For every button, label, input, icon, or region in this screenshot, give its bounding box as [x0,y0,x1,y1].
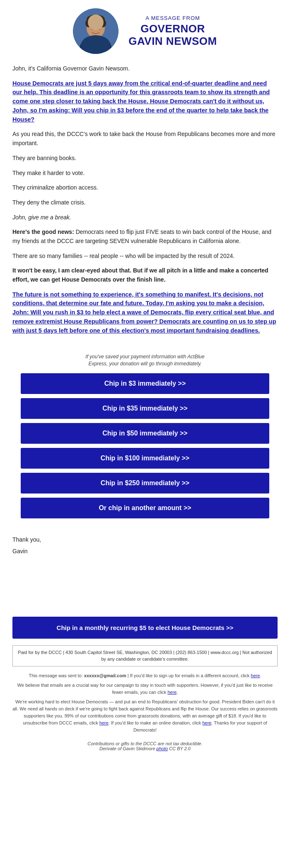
footer-link-unsubscribe[interactable]: here [99,720,109,725]
body-para-7: There are so many families -- real peopl… [12,252,278,261]
email-body: John, it's California Governor Gavin New… [0,60,290,349]
footer-line-3: We're working hard to elect House Democr… [12,698,278,734]
italic-break: John, give me a break. [12,213,278,222]
avatar [73,8,118,54]
footer-link-donate[interactable]: here [202,720,211,725]
header-text-block: A Message From Governor Gavin Newsom [128,15,217,48]
body-para-4: They criminalize abortion access. [12,183,278,192]
email-closing: Thank you, Gavin [0,531,290,567]
donate-35-button[interactable]: Chip in $35 immediately >> [21,398,269,419]
bold-para: It won't be easy, I am clear-eyed about … [12,266,278,284]
header-title: Governor Gavin Newsom [128,23,217,48]
closing-cta-para: The future is not something to experienc… [12,290,278,336]
donation-note: If you've saved your payment information… [21,353,269,367]
good-news-para: Here's the good news: Democrats need to … [12,228,278,246]
closing-cta-link[interactable]: The future is not something to experienc… [12,291,276,334]
donate-250-button[interactable]: Chip in $250 immediately >> [21,473,269,494]
svg-point-8 [99,19,106,27]
svg-point-6 [87,15,105,24]
footer-photo-link[interactable]: photo [157,746,168,751]
footer-link-2[interactable]: here [167,690,176,695]
email-header: A Message From Governor Gavin Newsom [0,0,290,60]
svg-point-5 [87,18,105,38]
body-para-3: They make it harder to vote. [12,169,278,178]
thanks-text: Thank you, [12,535,278,544]
governor-photo [73,8,118,54]
good-news-label: Here's the good news: [12,229,74,235]
donate-other-button[interactable]: Or chip in another amount >> [21,498,269,518]
svg-point-9 [91,27,94,30]
donation-section: If you've saved your payment information… [0,349,290,531]
body-para-2: They are banning books. [12,154,278,163]
footer-link-1[interactable]: here [251,673,260,678]
svg-marker-3 [94,38,97,48]
body-para-5: They deny the climate crisis. [12,198,278,207]
signer-name: Gavin [12,547,278,556]
bottom-cta-button[interactable]: Chip in a monthly recurring $5 to elect … [57,624,234,631]
footer-line-2: We believe that emails are a crucial way… [12,682,278,696]
footer-tax: Contributions or gifts to the DCCC are n… [0,739,290,754]
donate-3-button[interactable]: Chip in $3 immediately >> [21,373,269,394]
cta-link[interactable]: House Democrats are just 5 days away fro… [12,80,270,123]
body-para-1: As you read this, the DCCC's work to tak… [12,130,278,148]
footer-small: This message was sent to: xxxxxx@gmail.c… [0,670,290,739]
svg-point-7 [85,19,92,27]
donate-100-button[interactable]: Chip in $100 immediately >> [21,448,269,469]
bottom-cta-bar: Chip in a monthly recurring $5 to elect … [12,617,278,639]
email-wrapper: A Message From Governor Gavin Newsom Joh… [0,0,290,754]
cta-paragraph: House Democrats are just 5 days away fro… [12,79,278,124]
footer-line-1: This message was sent to: xxxxxx@gmail.c… [12,672,278,679]
svg-point-2 [88,36,103,53]
footer-paid-by: Paid for by the DCCC | 430 South Capitol… [12,645,278,666]
donate-50-button[interactable]: Chip in $50 immediately >> [21,423,269,444]
greeting-text: John, it's California Governor Gavin New… [12,64,278,73]
svg-point-1 [80,36,111,54]
header-subtitle: A Message From [128,15,217,21]
svg-rect-4 [93,34,99,41]
spacer [0,567,290,617]
avatar-svg [73,8,118,54]
svg-point-10 [98,27,100,30]
